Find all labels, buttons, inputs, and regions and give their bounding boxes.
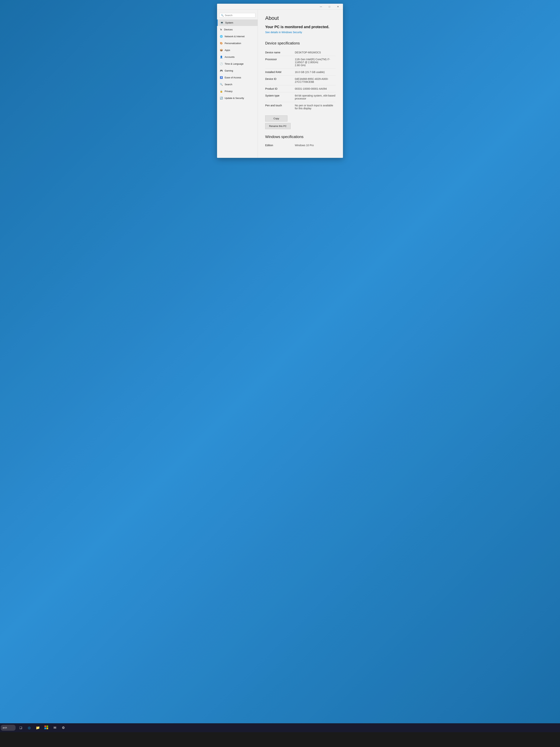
search-icon: 🔍 [221,14,224,17]
sidebar: 🔍 💻 System 🖱 Devices 🌐 Network & Interne… [217,10,258,158]
title-bar-controls: — □ ✕ [317,4,342,10]
device-specs-heading: Device specifications [265,41,336,45]
settings-window: — □ ✕ 🔍 💻 System 🖱 Devices [217,4,343,158]
desktop: — □ ✕ 🔍 💻 System 🖱 Devices [0,0,560,723]
settings-icon: ⚙ [62,726,65,730]
title-bar: — □ ✕ [217,4,343,10]
spec-value: 16.0 GB (15.7 GB usable) [295,69,336,76]
sidebar-item-update[interactable]: 🔄 Update & Security [217,95,258,101]
windows-specs-table: Edition Windows 10 Pro [265,142,336,149]
spec-label: Installed RAM [265,69,295,76]
store-icon [45,725,48,730]
spec-label: Edition [265,142,295,149]
edge-icon: ◎ [28,726,31,730]
spec-label: Pen and touch [265,102,295,112]
time-icon: 🕐 [220,62,223,65]
table-row: Device name DESKTOP-M91MOCS [265,49,336,56]
privacy-icon: 🔒 [220,90,223,93]
svg-rect-1 [47,725,48,727]
spec-value: 00331-10000-00001-AA094 [295,85,336,92]
device-specs-table: Device name DESKTOP-M91MOCS Processor 11… [265,49,336,112]
sidebar-item-gaming[interactable]: 🎮 Gaming [217,68,258,74]
table-row: Edition Windows 10 Pro [265,142,336,149]
edge-button[interactable]: ◎ [25,724,33,732]
sidebar-item-network[interactable]: 🌐 Network & Internet [217,33,258,40]
table-row: System type 64-bit operating system, x64… [265,92,336,102]
table-row: Pen and touch No pen or touch input is a… [265,102,336,112]
taskbar: arch ❑ ◎ 📁 ✉ ⚙ [0,723,560,732]
spec-label: System type [265,92,295,102]
taskbar-search-area[interactable]: arch [1,725,16,731]
rename-pc-button[interactable]: Rename this PC [265,123,291,129]
spec-label: Product ID [265,85,295,92]
file-explorer-button[interactable]: 📁 [34,724,42,732]
svg-rect-2 [45,727,46,729]
apps-icon: 📦 [220,49,223,52]
svg-rect-3 [47,727,48,729]
sidebar-item-accounts[interactable]: 👤 Accounts [217,54,258,60]
black-bar [0,732,560,747]
taskbar-search-text: arch [3,726,7,729]
sidebar-item-apps[interactable]: 📦 Apps [217,47,258,53]
windows-specs-heading: Windows specifications [265,135,336,139]
page-title: About [265,15,336,21]
sidebar-item-time[interactable]: 🕐 Time & Language [217,60,258,67]
accessibility-icon: ♿ [220,76,223,79]
accounts-icon: 👤 [220,56,223,58]
search-nav-icon: 🔍 [220,83,223,86]
protection-status: Your PC is monitored and protected. [265,25,336,29]
sidebar-search-box[interactable]: 🔍 [219,13,256,18]
task-view-icon: ❑ [20,726,22,729]
spec-value: DESKTOP-M91MOCS [295,49,336,56]
system-icon: 💻 [220,21,223,24]
sidebar-item-devices[interactable]: 🖱 Devices [217,26,258,33]
spec-value: Windows 10 Pro [295,142,336,149]
devices-icon: 🖱 [220,28,222,31]
file-explorer-icon: 📁 [36,726,40,730]
copy-button[interactable]: Copy [265,115,287,122]
sidebar-search-input[interactable] [225,14,254,17]
sidebar-item-privacy[interactable]: 🔒 Privacy [217,88,258,95]
settings-taskbar-button[interactable]: ⚙ [59,724,68,732]
sidebar-item-search[interactable]: 🔍 Search [217,81,258,87]
sidebar-item-accessibility[interactable]: ♿ Ease of Access [217,74,258,81]
personalization-icon: 🎨 [220,42,223,45]
gaming-icon: 🎮 [220,69,223,72]
minimize-button[interactable]: — [317,4,325,10]
mail-button[interactable]: ✉ [51,724,59,732]
action-buttons: Copy Rename this PC [265,115,336,129]
table-row: Device ID 04E3A668-895C-4029-A000-27CC77… [265,76,336,85]
maximize-button[interactable]: □ [325,4,334,10]
close-button[interactable]: ✕ [334,4,342,10]
network-icon: 🌐 [220,35,223,38]
spec-label: Device ID [265,76,295,85]
sidebar-item-personalization[interactable]: 🎨 Personalization [217,40,258,47]
update-icon: 🔄 [220,97,223,100]
sidebar-item-system[interactable]: 💻 System [217,20,258,26]
window-content: 🔍 💻 System 🖱 Devices 🌐 Network & Interne… [217,10,343,158]
svg-rect-0 [45,725,46,727]
spec-value: 64-bit operating system, x64-based proce… [295,92,336,102]
table-row: Processor 11th Gen Intel(R) Core(TM) i7-… [265,56,336,69]
table-row: Installed RAM 16.0 GB (15.7 GB usable) [265,69,336,76]
store-button[interactable] [42,724,50,732]
table-row: Product ID 00331-10000-00001-AA094 [265,85,336,92]
mail-icon: ✉ [54,726,56,730]
spec-value: 11th Gen Intel(R) Core(TM) i7-1165G7 @ 2… [295,56,336,69]
windows-security-link[interactable]: See details in Windows Security [265,31,302,34]
task-view-button[interactable]: ❑ [17,724,25,732]
main-content: About Your PC is monitored and protected… [258,10,343,158]
spec-label: Device name [265,49,295,56]
spec-value: 04E3A668-895C-4029-A000-27CC7709CE6B [295,76,336,85]
spec-label: Processor [265,56,295,69]
spec-value: No pen or touch input is available for t… [295,102,336,112]
